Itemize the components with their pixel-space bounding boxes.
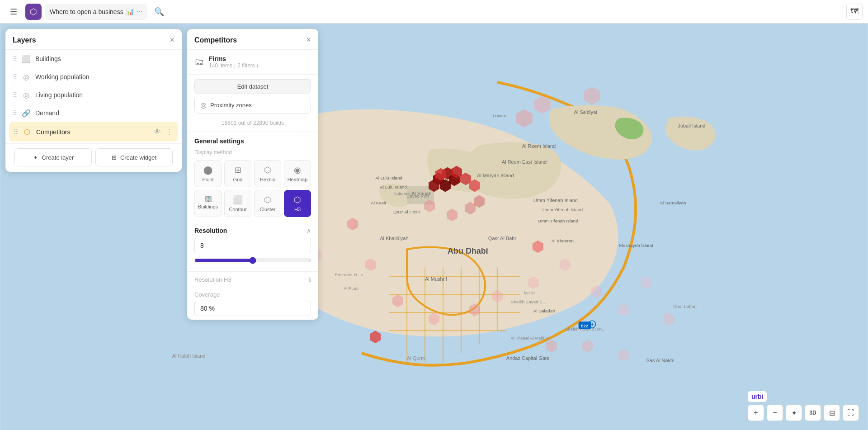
resolution-h3-label: Resolution H3 — [194, 276, 231, 283]
map-brand: urbi — [748, 391, 767, 402]
layer-label-living-pop: Living population — [35, 91, 175, 99]
dataset-info-icon[interactable]: ℹ — [257, 63, 259, 69]
zoom-in-button[interactable]: + — [748, 405, 764, 421]
dataset-filters-count: 2 filters — [237, 62, 255, 69]
svg-text:Umm Yifenah Island: Umm Yifenah Island — [533, 198, 578, 203]
display-buildings[interactable]: 🏢 Buildings — [194, 190, 222, 217]
svg-text:Al Reem East Island: Al Reem East Island — [502, 159, 547, 165]
search-button[interactable]: 🔍 — [151, 4, 167, 20]
create-layer-button[interactable]: ＋ Create layer — [14, 148, 92, 166]
dataset-icon: 🗂 — [194, 56, 204, 68]
svg-text:Al P...en: Al P...en — [344, 286, 359, 291]
display-method-grid: ⬤ Point ⊞ Grid ⬡ Hexbin ◉ Heatmap 🏢 Buil… — [194, 160, 311, 217]
zoom-row: + − ✦ 3D ⊟ ⛶ — [748, 405, 859, 421]
svg-text:Umm Yifenah Island: Umm Yifenah Island — [542, 207, 583, 212]
presentation-icon[interactable]: 📊 — [126, 8, 134, 15]
resolution-collapse-button[interactable]: ∧ — [307, 227, 311, 234]
proximity-zones-button[interactable]: ◎ Proximity zones — [194, 97, 311, 113]
coverage-value: 80 % — [194, 301, 311, 316]
display-h3[interactable]: ⬡ H3 — [284, 190, 311, 217]
topbar-right: 🗺 — [846, 4, 863, 20]
layer-icon-buildings: ⬜ — [22, 54, 31, 63]
zoom-out-button[interactable]: − — [767, 405, 783, 421]
svg-text:Al Kheeran: Al Kheeran — [552, 238, 574, 243]
fullscreen-button[interactable]: ⛶ — [843, 405, 859, 421]
svg-text:Mushayrib Island: Mushayrib Island — [619, 243, 653, 248]
layer-icon-competitors: ⬡ — [23, 128, 32, 137]
display-contour[interactable]: ⬜ Contour — [224, 190, 251, 217]
resolution-value: 8 — [194, 238, 311, 253]
create-layer-icon: ＋ — [33, 153, 38, 161]
svg-text:Al Samaliyah: Al Samaliyah — [660, 200, 686, 205]
proximity-icon: ◎ — [200, 101, 207, 109]
svg-text:Al Kasir: Al Kasir — [371, 200, 387, 205]
menu-button[interactable]: ☰ — [5, 4, 22, 20]
layer-item-demand[interactable]: ⠿ 🔗 Demand — [5, 104, 182, 122]
map-view-button[interactable]: 🗺 — [846, 4, 863, 20]
hexbin-label: Hexbin — [260, 177, 275, 182]
create-layer-label: Create layer — [42, 154, 74, 161]
h3-icon: ⬡ — [294, 195, 301, 205]
search-icon: 🔍 — [154, 7, 164, 17]
display-heatmap[interactable]: ◉ Heatmap — [284, 160, 311, 187]
layer-drag-handle: ⠿ — [13, 55, 17, 62]
create-widget-icon: ⊞ — [112, 154, 117, 161]
display-point[interactable]: ⬤ Point — [194, 160, 222, 187]
svg-text:Qasr Al Bahr: Qasr Al Bahr — [488, 236, 517, 241]
svg-text:Khor Laffan: Khor Laffan — [673, 304, 696, 309]
compass-button[interactable]: ✦ — [786, 405, 802, 421]
svg-text:Zayed Port: Zayed Port — [407, 194, 429, 198]
competitors-panel-close-button[interactable]: × — [306, 35, 311, 45]
display-grid[interactable]: ⊞ Grid — [224, 160, 251, 187]
svg-text:Qasr Al Hosn: Qasr Al Hosn — [393, 209, 420, 214]
cluster-label: Cluster — [260, 207, 276, 212]
display-cluster[interactable]: ⬡ Cluster — [254, 190, 281, 217]
layer-item-living-pop[interactable]: ⠿ ◎ Living population — [5, 86, 182, 104]
layer-item-buildings[interactable]: ⠿ ⬜ Buildings — [5, 50, 182, 68]
svg-text:lan St: lan St — [524, 291, 535, 295]
proximity-label: Proximity zones — [210, 102, 305, 109]
display-method-label: Display method — [194, 149, 311, 156]
layer-more-button[interactable]: ⋮ — [165, 127, 174, 137]
point-label: Point — [202, 177, 213, 182]
svg-text:Abu Dhabi: Abu Dhabi — [448, 246, 488, 255]
h3-label: H3 — [294, 207, 301, 212]
3d-button[interactable]: 3D — [805, 405, 821, 421]
resolution-slider[interactable] — [194, 257, 311, 264]
split-button[interactable]: ⊟ — [824, 405, 840, 421]
create-widget-button[interactable]: ⊞ Create widget — [95, 148, 173, 166]
layer-icon-demand: 🔗 — [22, 109, 31, 118]
coverage-row: Coverage 80 % — [187, 288, 318, 320]
layers-panel-header: Layers × — [5, 29, 182, 50]
svg-text:E22: E22 — [581, 324, 588, 328]
general-settings-title: General settings — [194, 137, 311, 145]
svg-text:Al Lulu Island: Al Lulu Island — [380, 184, 407, 189]
layers-panel-close-button[interactable]: × — [170, 35, 175, 45]
svg-text:Al Qurm: Al Qurm — [407, 355, 425, 361]
competitors-dataset: 🗂 Firms 140 items | 2 filters ℹ — [187, 50, 318, 75]
resolution-h3-info-icon[interactable]: ℹ — [309, 276, 311, 283]
edit-dataset-button[interactable]: Edit dataset — [194, 79, 311, 94]
grid-label: Grid — [233, 177, 243, 182]
layer-item-working-pop[interactable]: ⠿ ◎ Working population — [5, 68, 182, 86]
topbar: ☰ ⬡ Where to open a business 📊 ⋯ 🔍 🗺 — [0, 0, 868, 24]
dataset-separator: | — [234, 62, 236, 69]
layer-actions-competitors: 👁 ⋮ — [153, 127, 174, 137]
layer-item-competitors[interactable]: ⠿ ⬡ Competitors 👁 ⋮ — [9, 122, 178, 142]
display-hexbin[interactable]: ⬡ Hexbin — [254, 160, 281, 187]
svg-text:Louvre: Louvre — [493, 113, 507, 118]
hexbin-icon: ⬡ — [264, 165, 271, 175]
layer-drag-handle: ⠿ — [13, 73, 17, 80]
svg-text:Sas Al Nakhl: Sas Al Nakhl — [646, 358, 674, 363]
dataset-name: Firms — [209, 55, 259, 62]
page-title: Where to open a business — [50, 8, 123, 15]
layer-drag-handle: ⠿ — [13, 109, 17, 117]
layer-label-competitors: Competitors — [36, 128, 148, 136]
resolution-section: Resolution ∧ 8 — [187, 227, 318, 272]
dataset-items-count: 140 items — [209, 62, 232, 69]
svg-text:Al Mushrif: Al Mushrif — [425, 276, 448, 282]
layers-footer: ＋ Create layer ⊞ Create widget — [5, 143, 182, 168]
more-icon[interactable]: ⋯ — [137, 8, 143, 15]
cluster-icon: ⬡ — [264, 195, 271, 205]
layer-visibility-button[interactable]: 👁 — [153, 127, 162, 137]
